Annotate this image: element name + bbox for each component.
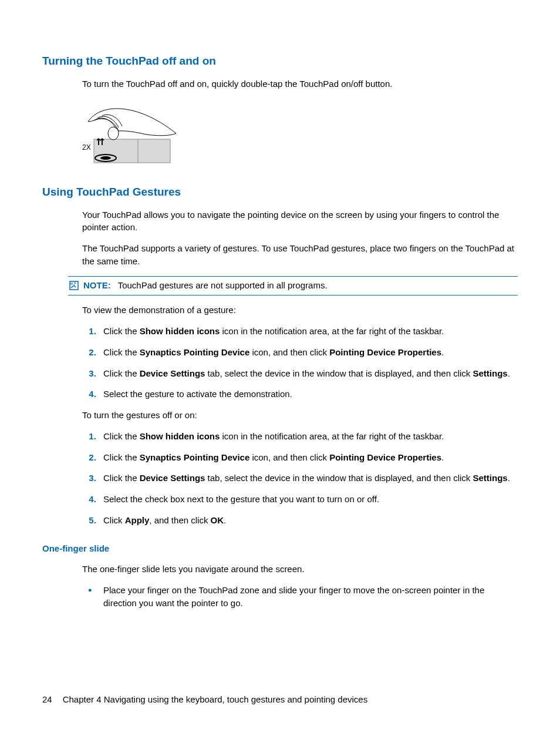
list-item: Click Apply, and then click OK. (99, 514, 518, 527)
list-item: Click the Device Settings tab, select th… (99, 367, 518, 380)
para-view-demo: To view the demonstration of a gesture: (82, 304, 518, 317)
note-icon (68, 280, 80, 291)
svg-point-3 (100, 156, 111, 160)
heading-one-finger-slide: One-finger slide (42, 542, 518, 555)
heading-using-gestures: Using TouchPad Gestures (42, 184, 518, 200)
list-item: Place your finger on the TouchPad zone a… (99, 584, 518, 610)
note-text: TouchPad gestures are not supported in a… (118, 280, 328, 290)
list-view-demo: Click the Show hidden icons icon in the … (82, 325, 518, 401)
heading-turning-touchpad: Turning the TouchPad off and on (42, 53, 518, 69)
list-item: Select the check box next to the gesture… (99, 493, 518, 506)
list-item: Click the Synaptics Pointing Device icon… (99, 451, 518, 464)
para-turning-touchpad: To turn the TouchPad off and on, quickly… (82, 78, 518, 90)
note-label: NOTE: (83, 280, 111, 290)
list-one-finger: Place your finger on the TouchPad zone a… (82, 584, 518, 610)
para-one-finger-intro: The one-finger slide lets you navigate a… (82, 563, 518, 576)
note-content: NOTE:TouchPad gestures are not supported… (83, 279, 328, 292)
chapter-title: Chapter 4 Navigating using the keyboard,… (63, 694, 368, 704)
list-item: Click the Show hidden icons icon in the … (99, 430, 518, 443)
list-item: Click the Show hidden icons icon in the … (99, 325, 518, 338)
document-page: Turning the TouchPad off and on To turn … (0, 0, 560, 746)
para-toggle-gestures: To turn the gestures off or on: (82, 409, 518, 422)
page-number: 24 (42, 693, 52, 706)
svg-text:2X: 2X (82, 143, 91, 152)
list-item: Click the Synaptics Pointing Device icon… (99, 346, 518, 359)
list-toggle-gestures: Click the Show hidden icons icon in the … (82, 430, 518, 527)
svg-point-5 (108, 127, 119, 140)
page-footer: 24Chapter 4 Navigating using the keyboar… (42, 693, 367, 706)
para-gestures-intro: Your TouchPad allows you to navigate the… (82, 209, 518, 234)
list-item: Select the gesture to activate the demon… (99, 388, 518, 401)
list-item: Click the Device Settings tab, select th… (99, 472, 518, 485)
note-callout: NOTE:TouchPad gestures are not supported… (68, 276, 518, 296)
para-gestures-support: The TouchPad supports a variety of gestu… (82, 242, 518, 268)
touchpad-tap-illustration: 2X (82, 104, 182, 169)
